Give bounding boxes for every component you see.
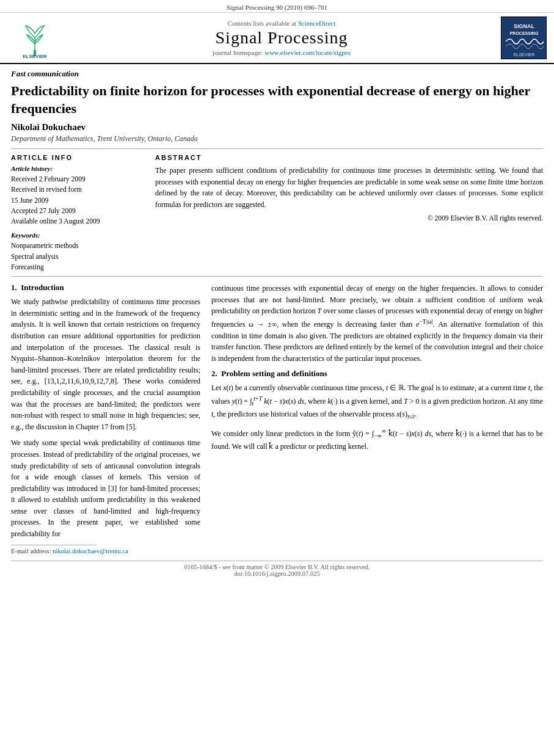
article-meta: ARTICLE INFO Article history: Received 2… [11,154,543,272]
article-info-label: ARTICLE INFO [11,154,145,161]
copyright: © 2009 Elsevier B.V. All rights reserved… [155,214,543,222]
journal-homepage: journal homepage: www.elsevier.com/locat… [62,49,501,56]
intro-para-1: We study pathwise predictability of cont… [11,296,200,432]
problem-number: 2. [211,369,217,378]
article-title: Predictability on finite horizon for pro… [11,82,543,117]
available-online: Available online 3 August 2009 [11,216,145,227]
footnote: E-mail address: nikolai.dokuchaev@trentu… [11,548,200,554]
journal-header: Signal Processing 90 (2010) 696–701 [0,0,554,13]
problem-para-1: Let x(t) be a currently observable conti… [211,382,543,421]
content-notice: Contents lists available at ScienceDirec… [62,20,501,27]
fast-communication-label: Fast communication [11,69,543,79]
svg-text:SIGNAL: SIGNAL [513,23,534,29]
revised-date: 15 June 2009 [11,195,145,206]
problem-heading: 2. Problem setting and definitions [211,369,543,379]
homepage-link[interactable]: www.elsevier.com/locate/sigpro [264,49,351,56]
footer-text: 0165-1684/$ - see front matter © 2009 El… [184,564,370,570]
col-right: continuous time processes with exponenti… [211,283,543,554]
journal-ref: Signal Processing 90 (2010) 696–701 [227,4,328,11]
received-1: Received 2 February 2009 [11,174,145,184]
article-history-label: Article history: [11,165,145,172]
signal-processing-logo: SIGNAL PROCESSING ELSEVIER [501,16,547,59]
abstract-section: ABSTRACT The paper presents sufficient c… [155,154,543,272]
svg-text:ELSEVIER: ELSEVIER [23,54,47,59]
accepted: Accepted 27 July 2009 [11,206,145,216]
sciencedirect-link[interactable]: ScienceDirect [298,20,336,27]
author-name: Nikolai Dokuchaev [11,122,543,133]
problem-para-2: We consider only linear predictors in th… [211,426,543,452]
keyword-2: Spectral analysis [11,252,145,262]
footer-bar: 0165-1684/$ - see front matter © 2009 El… [11,561,543,577]
intro-heading: 1. Introduction [11,283,200,293]
abstract-label: ABSTRACT [155,154,543,161]
divider-1 [11,148,543,149]
main-content: 1. Introduction We study pathwise predic… [11,283,543,554]
footnote-divider [11,545,97,545]
abstract-text: The paper presents sufficient conditions… [155,165,543,210]
right-col-intro: continuous time processes with exponenti… [211,283,543,364]
elsevier-logo: ELSEVIER [7,16,62,59]
intro-number: 1. [11,283,17,292]
article-info: ARTICLE INFO Article history: Received 2… [11,154,145,272]
problem-title: Problem setting and definitions [221,369,327,378]
email-link[interactable]: nikolai.dokuchaev@trentu.ca [53,548,128,554]
footer-doi: doi:10.1016/j.sigpro.2009.07.025 [234,570,319,577]
divider-2 [11,276,543,277]
col-left: 1. Introduction We study pathwise predic… [11,283,200,554]
intro-title: Introduction [21,283,64,292]
article-body: Fast communication Predictability on fin… [0,64,554,583]
author-affiliation: Department of Mathematics, Trent Univers… [11,134,543,144]
page: Signal Processing 90 (2010) 696–701 ELSE… [0,0,554,756]
received-revised: Received in revised form [11,184,145,195]
svg-text:ELSEVIER: ELSEVIER [513,53,534,57]
keyword-1: Nonparametric methods [11,241,145,251]
journal-title-banner: Signal Processing [62,28,501,48]
banner: ELSEVIER Contents lists available at Sci… [0,13,554,64]
intro-para-2: We study some special weak predictabilit… [11,437,200,539]
svg-text:PROCESSING: PROCESSING [509,31,538,35]
keywords-label: Keywords: [11,231,145,239]
banner-center: Contents lists available at ScienceDirec… [62,20,501,56]
keyword-3: Forecasting [11,262,145,272]
